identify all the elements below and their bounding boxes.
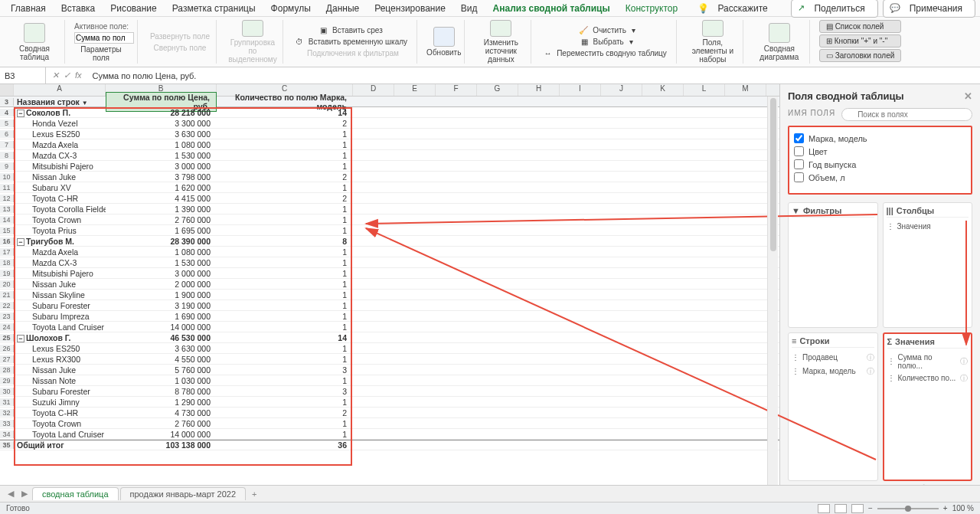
pivot-row[interactable]: 16−Тригубов М.28 390 0008 <box>0 236 779 247</box>
pivot-row[interactable]: 12Toyota C-HR4 415 0002 <box>0 193 779 204</box>
sheet-tab-active[interactable]: сводная таблица <box>32 487 119 500</box>
select-button[interactable]: ▦ Выбрать ▾ <box>578 37 636 47</box>
menu-formulas[interactable]: Формулы <box>265 2 317 15</box>
clear-button[interactable]: 🧹 Очистить ▾ <box>576 25 639 35</box>
menu-pivot-analyze[interactable]: Анализ сводной таблицы <box>487 2 616 15</box>
view-break-button[interactable] <box>851 504 864 513</box>
zoom-slider[interactable] <box>877 508 939 509</box>
active-field-input[interactable] <box>74 32 134 44</box>
spreadsheet-grid[interactable]: ABC DEFGHIJKLM 3Названия строк ▼Сумма по… <box>0 84 779 502</box>
insert-slicer-button[interactable]: ▣ Вставить срез <box>317 25 388 35</box>
pivot-row[interactable]: 20Nissan Juke2 000 0001 <box>0 279 779 290</box>
pivot-row[interactable]: 24Toyota Land Cruiser14 000 0001 <box>0 322 779 332</box>
comments-button[interactable]: 💬 Примечания <box>883 0 975 18</box>
vertical-scrollbar[interactable] <box>767 97 778 485</box>
pivot-row[interactable]: 13Toyota Corolla Fielder1 390 0001 <box>0 204 779 214</box>
move-pivot-button[interactable]: ↔ Переместить сводную таблицу <box>541 48 672 58</box>
pivot-row[interactable]: 23Subaru Impreza1 690 0001 <box>0 311 779 322</box>
field-checkbox[interactable]: Год выпуска <box>794 158 966 171</box>
cell-reference[interactable]: B3 <box>0 67 46 83</box>
pivot-row[interactable]: 31Suzuki Jimny1 290 0001 <box>0 397 779 408</box>
ribbon-pivot-table[interactable]: Сводная таблица <box>5 20 65 64</box>
expand-field-button: Развернуть поле <box>147 31 213 41</box>
chart-icon <box>769 23 790 43</box>
pivot-row[interactable]: 19Mitsubishi Pajero3 000 0001 <box>0 268 779 279</box>
pivot-row[interactable]: 15Toyota Prius1 695 0001 <box>0 225 779 236</box>
sheet-tab[interactable]: продажи январь-март 2022 <box>120 487 247 500</box>
tell-me[interactable]: 💡 Расскажите <box>691 2 780 15</box>
field-settings-button[interactable]: Параметры поля <box>74 45 128 62</box>
change-datasource-button[interactable]: Изменить источник данных <box>471 20 531 64</box>
filters-dropzone[interactable]: ▼Фильтры <box>788 202 878 328</box>
ribbon: Сводная таблица Активное поле: Параметры… <box>0 17 980 67</box>
value-item[interactable]: ⋮Количество по...ⓘ <box>887 372 969 385</box>
pivot-row[interactable]: 17Mazda Axela1 080 0001 <box>0 247 779 257</box>
pivot-row[interactable]: 7Mazda Axela1 080 0001 <box>0 139 779 150</box>
pivot-row[interactable]: 8Mazda CX-31 530 0001 <box>0 150 779 161</box>
rows-icon: ≡ <box>792 336 796 345</box>
pane-title: Поля сводной таблицы <box>788 90 904 102</box>
zoom-in-button[interactable]: + <box>943 504 948 512</box>
zoom-level[interactable]: 100 % <box>952 504 974 512</box>
pivot-row[interactable]: 26Lexus ES2503 630 0001 <box>0 343 779 354</box>
pivot-row[interactable]: 27Lexus RX3004 550 0001 <box>0 354 779 365</box>
field-name-label: ИМЯ ПОЛЯ <box>788 109 835 117</box>
pivot-row[interactable]: 21Nissan Skyline1 900 0001 <box>0 290 779 300</box>
row-item[interactable]: ⋮Марка, модельⓘ <box>792 365 874 378</box>
pivot-row[interactable]: 22Subaru Forester3 190 0001 <box>0 300 779 311</box>
field-checkbox[interactable]: Марка, модель <box>794 132 966 145</box>
formula-input[interactable]: Сумма по полю Цена, руб. <box>88 71 980 80</box>
fx-icons[interactable]: ✕✓fx <box>46 70 88 80</box>
close-pane-button[interactable]: ✕ <box>964 90 972 102</box>
pivot-row[interactable]: 35Общий итог103 138 00036 <box>0 440 779 450</box>
formula-bar: B3 ✕✓fx Сумма по полю Цена, руб. <box>0 67 980 84</box>
field-search-input[interactable] <box>841 108 972 121</box>
refresh-button[interactable]: Обновить <box>423 20 465 64</box>
field-list-toggle[interactable]: ▤ Список полей <box>819 20 901 33</box>
menu-design[interactable]: Конструктор <box>619 2 684 15</box>
pivot-chart-button[interactable]: Сводная диаграмма <box>750 20 810 64</box>
view-page-button[interactable] <box>835 504 847 513</box>
pivot-row[interactable]: 33Toyota Crown2 760 0001 <box>0 418 779 429</box>
tab-nav-prev[interactable]: ◀ <box>5 489 17 499</box>
row-item[interactable]: ⋮Продавецⓘ <box>792 351 874 365</box>
pivot-row[interactable]: 14Toyota Crown2 760 0001 <box>0 214 779 225</box>
menu-draw[interactable]: Рисование <box>104 2 162 15</box>
rows-dropzone[interactable]: ≡Строки ⋮Продавецⓘ ⋮Марка, модельⓘ <box>788 332 878 482</box>
values-dropzone[interactable]: ΣЗначения ⋮Сумма по полю...ⓘ ⋮Количество… <box>883 332 973 482</box>
headers-toggle[interactable]: ▭ Заголовки полей <box>819 49 901 62</box>
add-sheet-button[interactable]: + <box>247 489 261 499</box>
field-checkbox[interactable]: Цвет <box>794 145 966 158</box>
menu-insert[interactable]: Вставка <box>55 2 102 15</box>
pivot-row[interactable]: 5Honda Vezel3 300 0002 <box>0 118 779 129</box>
view-normal-button[interactable] <box>818 504 830 513</box>
pivot-row[interactable]: 6Lexus ES2503 630 0001 <box>0 129 779 139</box>
pivot-row[interactable]: 4−Соколов П.28 218 00014 <box>0 107 779 118</box>
insert-timeline-button[interactable]: ⏱ Вставить временную шкалу <box>292 37 413 47</box>
value-item[interactable]: ⋮Сумма по полю...ⓘ <box>887 352 969 372</box>
pivot-row[interactable]: 10Nissan Juke3 798 0002 <box>0 172 779 182</box>
menu-home[interactable]: Главная <box>5 2 52 15</box>
pivot-row[interactable]: 29Nissan Note1 030 0001 <box>0 375 779 386</box>
pivot-row[interactable]: 25−Шолохов Г.46 530 00014 <box>0 332 779 343</box>
pivot-row[interactable]: 30Subaru Forester8 780 0003 <box>0 386 779 397</box>
pivot-row[interactable]: 18Mazda CX-31 530 0001 <box>0 257 779 268</box>
pivot-row[interactable]: 34Toyota Land Cruiser14 000 0001 <box>0 429 779 440</box>
menu-view[interactable]: Вид <box>455 2 484 15</box>
pivot-row[interactable]: 28Nissan Juke5 760 0003 <box>0 365 779 375</box>
buttons-toggle[interactable]: ⊞ Кнопки "+" и "-" <box>819 34 901 47</box>
pivot-header-row[interactable]: 3Названия строк ▼Сумма по полю Цена, руб… <box>0 97 779 107</box>
menu-review[interactable]: Рецензирование <box>368 2 452 15</box>
pivot-row[interactable]: 32Toyota C-HR4 730 0002 <box>0 408 779 418</box>
fields-items-button[interactable]: Поля, элементы и наборы <box>683 20 743 64</box>
tab-nav-next[interactable]: ▶ <box>18 489 31 499</box>
pivot-row[interactable]: 11Subaru XV1 620 0001 <box>0 182 779 193</box>
pivot-row[interactable]: 9Mitsubishi Pajero3 000 0001 <box>0 161 779 172</box>
field-checkbox[interactable]: Объем, л <box>794 171 966 184</box>
menu-layout[interactable]: Разметка страницы <box>166 2 262 15</box>
zoom-out-button[interactable]: − <box>868 504 873 512</box>
share-button[interactable]: ↗ Поделиться <box>791 0 877 18</box>
menu-data[interactable]: Данные <box>320 2 365 15</box>
column-item[interactable]: ⋮Значения <box>887 221 969 232</box>
columns-dropzone[interactable]: |||Столбцы ⋮Значения <box>883 202 973 328</box>
